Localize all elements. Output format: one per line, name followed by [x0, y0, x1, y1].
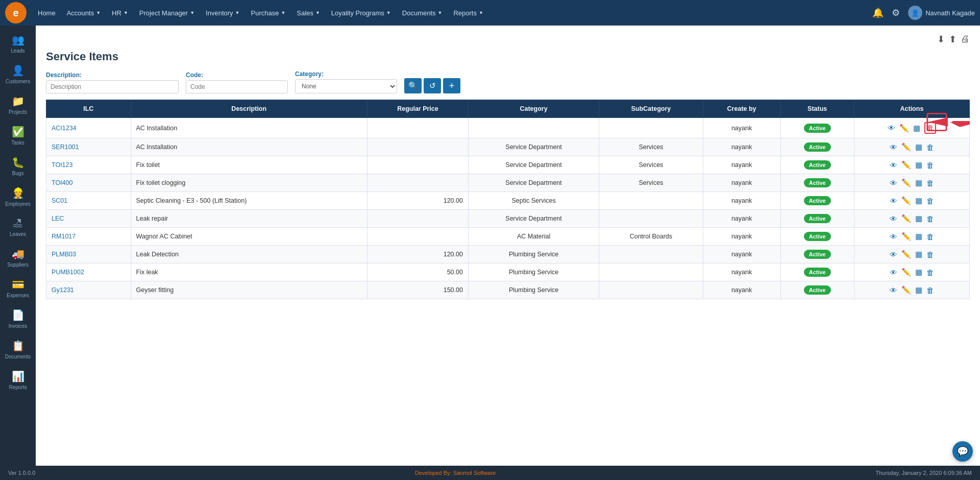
- upload-icon[interactable]: ⬆: [949, 34, 957, 45]
- delete-icon[interactable]: 🗑: [926, 179, 934, 187]
- nav-purchase[interactable]: Purchase ▼: [246, 6, 291, 20]
- filter-description-input[interactable]: [46, 80, 179, 93]
- nav-project-manager[interactable]: Project Manager ▼: [134, 6, 200, 20]
- delete-icon[interactable]: 🗑: [926, 286, 934, 295]
- sidebar-item-expenses[interactable]: 💳 Expenses: [0, 273, 36, 304]
- sidebar-item-projects[interactable]: 📁 Projects: [0, 90, 36, 121]
- export-icons: ⬇ ⬆ 🖨: [46, 34, 970, 45]
- print-icon[interactable]: 🖨: [961, 34, 970, 45]
- nav-loyalty[interactable]: Loyality Programs ▼: [326, 6, 396, 20]
- col-regular-price: Regular Price: [367, 100, 468, 118]
- view-icon[interactable]: 👁: [890, 268, 897, 277]
- top-nav: e Home Accounts ▼ HR ▼ Project Manager ▼…: [0, 0, 980, 26]
- nav-inventory[interactable]: Inventory ▼: [201, 6, 244, 20]
- view-icon[interactable]: 👁: [890, 179, 897, 187]
- delete-icon[interactable]: 🗑: [926, 268, 934, 277]
- barcode-icon[interactable]: ▦: [913, 124, 920, 133]
- edit-icon[interactable]: ✏️: [901, 250, 911, 259]
- nav-sal-caret: ▼: [315, 10, 320, 15]
- refresh-button[interactable]: ↺: [424, 78, 441, 93]
- table-row: SER1001 AC Installation Service Departme…: [46, 138, 970, 156]
- download-icon[interactable]: ⬇: [937, 34, 945, 45]
- barcode-icon[interactable]: ▦: [915, 268, 922, 277]
- filter-category-select[interactable]: None: [295, 79, 397, 93]
- sidebar-item-suppliers[interactable]: 🚚 Suppliers: [0, 243, 36, 273]
- view-icon[interactable]: 👁: [890, 232, 897, 241]
- cell-create-by: nayank: [703, 228, 780, 246]
- nav-documents[interactable]: Documents ▼: [397, 6, 448, 20]
- sidebar-item-tasks[interactable]: ✅ Tasks: [0, 121, 36, 151]
- edit-icon[interactable]: ✏️: [901, 160, 911, 170]
- barcode-icon[interactable]: ▦: [915, 285, 922, 295]
- edit-icon[interactable]: ✏️: [901, 214, 911, 223]
- cell-subcategory: [599, 281, 703, 299]
- view-icon[interactable]: 👁: [890, 197, 897, 205]
- edit-icon[interactable]: ✏️: [901, 232, 911, 241]
- edit-icon[interactable]: ✏️: [901, 285, 911, 295]
- settings-icon[interactable]: ⚙: [892, 7, 900, 18]
- barcode-icon[interactable]: ▦: [915, 178, 922, 187]
- nav-hr[interactable]: HR ▼: [107, 6, 133, 20]
- cell-price: 50.00: [367, 263, 468, 281]
- delete-icon[interactable]: 🗑: [926, 214, 934, 223]
- cell-status: Active: [780, 281, 854, 299]
- edit-icon[interactable]: ✏️: [901, 196, 911, 205]
- sidebar-item-leads[interactable]: 👥 Leads: [0, 29, 36, 59]
- sidebar-item-bugs[interactable]: 🐛 Bugs: [0, 151, 36, 182]
- delete-icon[interactable]: 🗑: [924, 122, 936, 134]
- edit-icon[interactable]: ✏️: [901, 142, 911, 152]
- barcode-icon[interactable]: ▦: [915, 232, 922, 241]
- edit-icon[interactable]: ✏️: [901, 178, 911, 187]
- delete-icon[interactable]: 🗑: [926, 250, 934, 259]
- delete-icon[interactable]: 🗑: [926, 161, 934, 170]
- delete-icon[interactable]: 🗑: [926, 232, 934, 241]
- status-badge: Active: [804, 142, 831, 152]
- user-menu[interactable]: 👤 Navnath Kagade: [908, 6, 975, 20]
- sidebar-item-invoices[interactable]: 📄 Invoices: [0, 304, 36, 334]
- sidebar-item-reports[interactable]: 📊 Reports: [0, 365, 36, 396]
- delete-icon[interactable]: 🗑: [926, 143, 934, 152]
- barcode-icon[interactable]: ▦: [915, 142, 922, 152]
- sidebar-item-customers[interactable]: 👤 Customers: [0, 59, 36, 90]
- filter-code-label: Code:: [186, 71, 288, 79]
- leads-icon: 👥: [12, 34, 24, 46]
- barcode-icon[interactable]: ▦: [915, 196, 922, 205]
- filter-code-input[interactable]: [186, 80, 288, 93]
- nav-accounts[interactable]: Accounts ▼: [62, 6, 106, 20]
- filter-row: Description: Code: Category: None 🔍 ↺ +: [46, 70, 970, 93]
- username: Navnath Kagade: [925, 9, 975, 17]
- barcode-icon[interactable]: ▦: [915, 250, 922, 259]
- nav-home[interactable]: Home: [33, 6, 61, 20]
- sidebar-item-documents[interactable]: 📋 Documents: [0, 334, 36, 365]
- status-badge: Active: [804, 214, 831, 223]
- view-icon[interactable]: 👁: [888, 124, 895, 132]
- search-button[interactable]: 🔍: [404, 78, 422, 93]
- sidebar-item-employees[interactable]: 👷 Employees: [0, 182, 36, 212]
- projects-icon: 📁: [12, 95, 24, 107]
- sidebar-item-leaves[interactable]: 🏖 Leaves: [0, 212, 36, 243]
- cell-create-by: nayank: [703, 263, 780, 281]
- edit-icon[interactable]: ✏️: [899, 124, 909, 133]
- barcode-icon[interactable]: ▦: [915, 160, 922, 170]
- cell-category: [468, 118, 599, 138]
- cell-subcategory: [599, 263, 703, 281]
- nav-sales[interactable]: Sales ▼: [291, 6, 325, 20]
- cell-subcategory: Services: [599, 156, 703, 174]
- chat-button[interactable]: 💬: [952, 441, 973, 462]
- barcode-icon[interactable]: ▦: [915, 214, 922, 223]
- delete-icon[interactable]: 🗑: [926, 197, 934, 205]
- sidebar-label-leads: Leads: [11, 48, 24, 54]
- table-row: RM1017 Wagnor AC Cabinet AC Material Con…: [46, 228, 970, 246]
- view-icon[interactable]: 👁: [890, 214, 897, 223]
- view-icon[interactable]: 👁: [890, 250, 897, 259]
- version: Ver 1.0.0.0: [8, 470, 35, 476]
- edit-icon[interactable]: ✏️: [901, 268, 911, 277]
- notification-icon[interactable]: 🔔: [872, 7, 884, 18]
- view-icon[interactable]: 👁: [890, 143, 897, 152]
- view-icon[interactable]: 👁: [890, 286, 897, 295]
- col-description: Description: [131, 100, 367, 118]
- view-icon[interactable]: 👁: [890, 161, 897, 170]
- nav-reports[interactable]: Reports ▼: [448, 6, 488, 20]
- status-badge: Active: [804, 232, 831, 241]
- add-button[interactable]: +: [443, 78, 460, 93]
